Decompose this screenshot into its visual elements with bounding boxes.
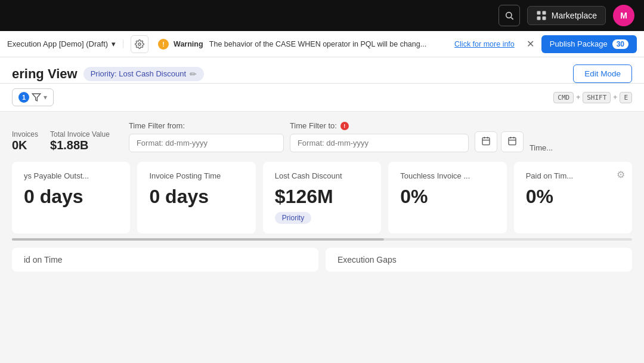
lost-cash-discount-label: Lost Cash Discount <box>275 171 369 182</box>
search-button[interactable] <box>499 5 520 26</box>
svg-marker-7 <box>32 94 40 101</box>
publish-package-button[interactable]: Publish Package 30 <box>541 35 637 53</box>
shortcut-hint: CMD + SHIFT + E <box>553 92 632 103</box>
app-selector[interactable]: Execution App [Demo] (Draft) ▾ <box>7 39 123 48</box>
page-title: ering View <box>12 66 78 82</box>
paid-on-time-section: id on Time <box>12 248 318 272</box>
time-filter-to-group: Time Filter to: ! <box>290 121 469 152</box>
svg-point-0 <box>506 13 511 18</box>
page-header: ering View Priority: Lost Cash Discount … <box>0 57 644 84</box>
touchless-invoice-value: 0% <box>400 186 494 207</box>
filter-count-badge: 1 <box>18 92 29 103</box>
edit-pencil-icon[interactable]: ✏ <box>190 69 197 79</box>
time-filter-from-label: Time Filter from: <box>129 121 284 130</box>
invoice-posting-card: Invoice Posting Time 0 days <box>137 162 255 233</box>
warning-label: Warning The behavior of the CASE WHEN op… <box>174 40 450 48</box>
total-invoice-label: Total Invoice Value <box>50 130 110 139</box>
e-key: E <box>620 92 632 103</box>
invoice-posting-value: 0 days <box>149 186 243 207</box>
touchless-invoice-card: Touchless Invoice ... 0% <box>388 162 506 233</box>
lost-cash-discount-value: $126M <box>275 186 369 207</box>
settings-button[interactable] <box>131 35 148 53</box>
edit-mode-button[interactable]: Edit Mode <box>573 64 632 83</box>
chevron-down-icon: ▾ <box>44 93 47 101</box>
priority-badge: Priority: Lost Cash Discount ✏ <box>83 67 204 81</box>
svg-rect-5 <box>542 17 546 20</box>
scroll-thumb <box>12 238 384 241</box>
time-short-label: Time... <box>530 143 553 152</box>
paid-on-time-label: Paid on Tim... <box>526 171 620 182</box>
svg-line-1 <box>511 17 513 19</box>
invoices-label: Invoices <box>12 130 38 139</box>
time-filter-to-label: Time Filter to: ! <box>290 121 469 130</box>
error-indicator: ! <box>340 122 349 130</box>
days-payable-value: 0 days <box>24 186 118 207</box>
total-invoice-kpi: Total Invoice Value $1.88B <box>50 130 110 152</box>
bottom-sections: id on Time Execution Gaps <box>12 248 632 272</box>
time-filter-from-group: Time Filter from: <box>129 121 284 152</box>
svg-rect-2 <box>537 11 540 15</box>
svg-rect-4 <box>537 17 540 20</box>
calendar-button-1[interactable] <box>475 131 497 152</box>
publish-count-badge: 30 <box>612 39 628 49</box>
paid-on-time-value: 0% <box>526 186 620 207</box>
title-row: ering View Priority: Lost Cash Discount … <box>12 66 204 82</box>
execution-gaps-section: Execution Gaps <box>326 248 632 272</box>
chevron-down-icon: ▾ <box>112 39 116 48</box>
time-short-group: Time... <box>530 143 553 152</box>
time-filter-to-input[interactable] <box>290 134 469 152</box>
navbar: Marketplace M <box>0 0 644 31</box>
main-content: Invoices 0K Total Invoice Value $1.88B T… <box>0 112 644 281</box>
warning-bar: Execution App [Demo] (Draft) ▾ ! Warning… <box>0 31 644 57</box>
touchless-invoice-label: Touchless Invoice ... <box>400 171 494 182</box>
warning-link[interactable]: Click for more info <box>454 40 515 48</box>
calendar-button-2[interactable] <box>501 131 524 152</box>
paid-on-time-card: ⚙ Paid on Tim... 0% <box>514 162 632 233</box>
card-settings-icon[interactable]: ⚙ <box>617 169 625 180</box>
svg-rect-3 <box>542 11 546 15</box>
invoices-kpi: Invoices 0K <box>12 130 38 152</box>
lost-cash-discount-card: Lost Cash Discount $126M Priority <box>263 162 381 233</box>
total-invoice-value: $1.88B <box>50 139 110 152</box>
svg-point-6 <box>138 43 141 45</box>
marketplace-button[interactable]: Marketplace <box>527 6 606 25</box>
priority-badge: Priority <box>275 212 311 224</box>
days-payable-label: ys Payable Outst... <box>24 171 118 182</box>
app-name: Execution App [Demo] (Draft) <box>7 39 108 48</box>
marketplace-label: Marketplace <box>552 11 597 20</box>
shift-key: SHIFT <box>583 92 611 103</box>
svg-rect-12 <box>509 138 516 145</box>
metric-cards-row: ys Payable Outst... 0 days Invoice Posti… <box>12 162 632 233</box>
warning-icon: ! <box>158 39 169 50</box>
avatar[interactable]: M <box>613 5 634 26</box>
toolbar-row: 1 ▾ CMD + SHIFT + E <box>0 84 644 112</box>
filter-button[interactable]: 1 ▾ <box>12 88 54 106</box>
days-payable-card: ys Payable Outst... 0 days <box>12 162 130 233</box>
horizontal-scrollbar[interactable] <box>12 238 632 241</box>
time-filter-from-input[interactable] <box>129 134 284 152</box>
cmd-key: CMD <box>553 92 574 103</box>
svg-rect-8 <box>482 138 490 145</box>
close-warning-button[interactable]: ✕ <box>524 36 537 52</box>
invoices-value: 0K <box>12 139 38 152</box>
invoice-posting-label: Invoice Posting Time <box>149 171 243 182</box>
